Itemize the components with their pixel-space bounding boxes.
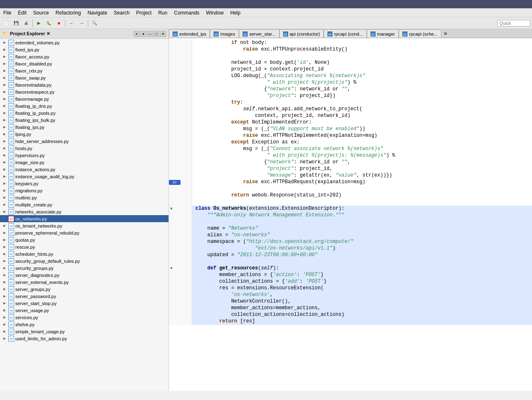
tree-item-flavor_swap-py[interactable]: ▶pyflavor_swap.py [0,74,169,81]
tree-arrow-icon: ▶ [3,330,8,333]
tree-item-hypervisors-py[interactable]: ▶pyhypervisors.py [0,152,169,159]
menu-source[interactable]: Source [30,8,52,17]
line-content: namespace = ("http://docs.openstack.org/… [192,239,532,245]
tab-manager[interactable]: py manager [367,29,399,38]
tree-item-server_password-py[interactable]: ▶pyserver_password.py [0,293,169,300]
toolbar-save-btn[interactable]: 💾 [12,19,21,28]
tree-label: security_groups.py [15,266,53,271]
file-icon: py [8,138,14,144]
toolbar-back-btn[interactable]: ← [67,19,76,28]
tree-item-instance_usage_audit_log-py[interactable]: ▶pyinstance_usage_audit_log.py [0,173,169,180]
tab-rpcapi-cond[interactable]: py rpcapi (cond... [324,29,367,38]
sidebar-close-btn[interactable]: ✕ [160,31,166,37]
collapse-button[interactable]: ▼ [169,266,174,271]
collapse-button[interactable]: ▼ [169,206,174,211]
line-gutter [169,245,192,252]
menu-commands[interactable]: Commands [171,8,202,17]
menu-search[interactable]: Search [111,8,133,17]
line-content: "project": project_id, [192,166,532,172]
tree-item-image_size-py[interactable]: ▶pyimage_size.py [0,159,169,166]
tree-label: flavormanage.py [15,97,49,102]
menu-refactoring[interactable]: Refactoring [52,8,84,17]
tree-item-security_group_default_rules-py[interactable]: ▶pysecurity_group_default_rules.py [0,257,169,264]
file-icon: py [8,96,14,102]
tree-item-hosts-py[interactable]: ▶pyhosts.py [0,145,169,152]
tree-item-multinic-py[interactable]: ▶pymultinic.py [0,194,169,201]
tree-item-flavorextraspecs-py[interactable]: ▶pyflavorextraspecs.py [0,88,169,95]
tree-item-migrations-py[interactable]: ▶pymigrations.py [0,187,169,194]
tree-item-fixed_ips-py[interactable]: ▶pyfixed_ips.py [0,46,169,53]
toolbar-search-btn[interactable]: 🔍 [90,19,99,28]
tree-item-floating_ip_dns-py[interactable]: ▶pyfloating_ip_dns.py [0,102,169,109]
tree-item-server_diagnostics-py[interactable]: ▶pyserver_diagnostics.py [0,272,169,279]
tree-item-floating_ips_bulk-py[interactable]: ▶pyfloating_ips_bulk.py [0,116,169,124]
tab-rpcapi-sche[interactable]: py rpcapi (sche... [399,29,441,38]
file-icon: py [8,160,14,165]
sidebar-max-btn[interactable]: □ [154,31,159,37]
tab-server-star[interactable]: py server_star... [239,29,279,38]
tree-item-flavor_disabled-py[interactable]: ▶pyflavor_disabled.py [0,60,169,67]
tree-item-networks_associate-py[interactable]: ▶pynetworks_associate.py [0,208,169,215]
tree-label: flavor_disabled.py [15,61,52,66]
tree-item-scheduler_hints-py[interactable]: ▶pyscheduler_hints.py [0,250,169,257]
tree-item-fping-py[interactable]: ▶pyfping.py [0,131,169,138]
menu-navigate[interactable]: Navigate [84,8,110,17]
tab-icon-manager: py [371,32,376,36]
toolbar-debug-btn[interactable]: 🐛 [44,19,53,28]
tree-item-extended_volumes-py[interactable]: ▶pyextended_volumes.py [0,39,169,46]
code-line: context, project_id, network_id) [169,113,532,119]
tree-item-hide_server_addresses-py[interactable]: ▶pyhide_server_addresses.py [0,138,169,145]
tree-item-shelve-py[interactable]: ▶pyshelve.py [0,321,169,328]
tree-item-server_external_events-py[interactable]: ▶pyserver_external_events.py [0,279,169,286]
tab-extended-ips[interactable]: py extended_ips [169,29,210,38]
menu-window[interactable]: Window [203,8,227,17]
tree-item-services-py[interactable]: ▶pyservices.py [0,314,169,321]
tree-item-floating_ip_pools-py[interactable]: ▶pyfloating_ip_pools.py [0,109,169,116]
tree-item-os_tenant_networks-py[interactable]: ▶pyos_tenant_networks.py [0,222,169,229]
tree-item-instance_actions-py[interactable]: ▶pyinstance_actions.py [0,166,169,173]
tree-item-server_start_stop-py[interactable]: ▶pyserver_start_stop.py [0,300,169,307]
tree-item-quotas-py[interactable]: ▶pyquotas.py [0,236,169,243]
file-icon: py [8,216,14,222]
tree-item-used_limits_for_admin-py[interactable]: ▶pyused_limits_for_admin.py [0,335,169,342]
tree-item-os_networks-py[interactable]: ▶pyos_networks.py [0,215,169,222]
tree-item-flavormanage-py[interactable]: ▶pyflavormanage.py [0,95,169,102]
toolbar-print-btn[interactable]: 🖨 [22,19,31,28]
sidebar-menu-btn[interactable]: ▾ [140,31,146,37]
file-icon: py [8,110,14,116]
tree-item-flavorextradata-py[interactable]: ▶pyflavorextradata.py [0,81,169,88]
toolbar-stop-btn[interactable]: ■ [54,19,63,28]
sidebar-min-btn[interactable]: — [147,31,153,37]
quick-access-input[interactable] [497,20,530,27]
menu-help[interactable]: Help [227,8,244,17]
menu-run[interactable]: Run [155,8,171,17]
tab-more-btn[interactable]: » [441,29,450,38]
tree-item-flavor_rxtx-py[interactable]: ▶pyflavor_rxtx.py [0,67,169,74]
tree-item-multiple_create-py[interactable]: ▶pymultiple_create.py [0,201,169,208]
tree-label: server_usage.py [15,308,49,313]
tree-item-preserve_ephemeral_rebuild-py[interactable]: ▶pypreserve_ephemeral_rebuild.py [0,229,169,236]
toolbar-new-btn[interactable]: 📄 [2,19,11,28]
code-line: collection_actions = {'add': 'POST'} [169,279,532,285]
toolbar-run-btn[interactable]: ▶ [34,19,43,28]
code-editor[interactable]: if not body: raise exc.HTTPUnprocessable… [169,38,532,391]
tree-label: networks_associate.py [15,209,61,214]
tab-label-manager: manager [377,32,395,36]
tree-item-floating_ips-py[interactable]: ▶pyfloating_ips.py [0,124,169,131]
tab-api-conductor[interactable]: py api (conductor) [279,29,324,38]
tree-item-rescue-py[interactable]: ▶pyrescue.py [0,243,169,250]
menu-edit[interactable]: Edit [14,8,30,17]
tab-images[interactable]: py images [210,29,238,38]
tree-item-flavor_access-py[interactable]: ▶pyflavor_access.py [0,53,169,60]
tree-item-keypairs-py[interactable]: ▶pykeypairs.py [0,180,169,187]
menu-project[interactable]: Project [133,8,155,17]
toolbar-fwd-btn[interactable]: → [77,19,86,28]
line-content: updated = "2011-12-23T00:00:00+00:00" [192,252,532,259]
line-content: """Admin-only Network Management Extensi… [192,212,532,219]
sidebar-collapse-btn[interactable]: ≡ [134,31,140,37]
tree-item-simple_tenant_usage-py[interactable]: ▶pysimple_tenant_usage.py [0,328,169,335]
tree-item-server_groups-py[interactable]: ▶pyserver_groups.py [0,286,169,293]
tree-item-security_groups-py[interactable]: ▶pysecurity_groups.py [0,264,169,272]
menu-file[interactable]: File [0,8,14,17]
tree-item-server_usage-py[interactable]: ▶pyserver_usage.py [0,307,169,314]
